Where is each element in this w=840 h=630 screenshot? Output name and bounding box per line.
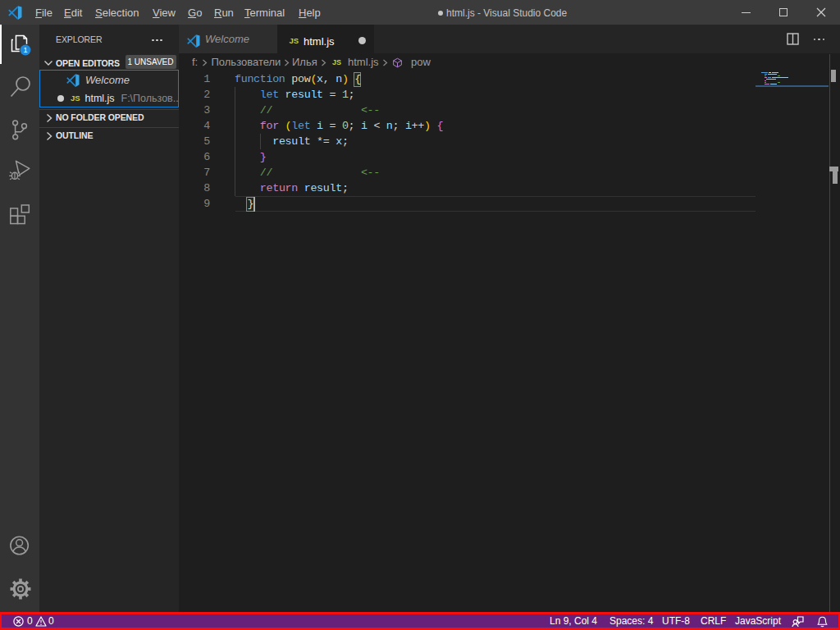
svg-text:1: 1 [23, 46, 27, 54]
